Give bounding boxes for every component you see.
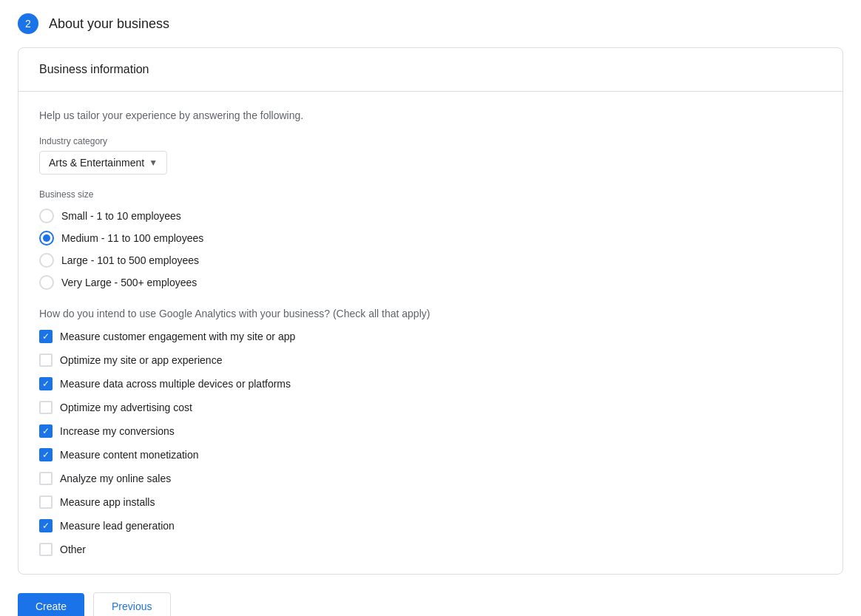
industry-category-value: Arts & Entertainment [49,157,144,169]
checkbox-box-measure-monetization: ✓ [39,448,53,461]
checkbox-label-increase-conversions: Increase my conversions [60,425,175,437]
checkbox-label-measure-monetization: Measure content monetization [60,449,199,461]
business-size-radio-group: Small - 1 to 10 employees Medium - 11 to… [39,209,822,290]
helper-text: Help us tailor your experience by answer… [39,109,822,121]
radio-item-medium[interactable]: Medium - 11 to 100 employees [39,231,822,246]
radio-item-large[interactable]: Large - 101 to 500 employees [39,253,822,268]
radio-outer-small [39,209,54,223]
radio-inner-medium [43,234,50,242]
checkbox-label-measure-lead-gen: Measure lead generation [60,520,175,532]
usage-checkbox-group: ✓ Measure customer engagement with my si… [39,330,822,556]
footer-actions: Create Previous [0,575,861,616]
check-icon-increase-conversions: ✓ [42,427,50,436]
checkbox-label-analyze-sales: Analyze my online sales [60,473,171,484]
card-header: Business information [18,48,843,92]
checkbox-box-increase-conversions: ✓ [39,424,53,438]
checkbox-label-optimize-advertising: Optimize my advertising cost [60,402,192,413]
industry-category-dropdown[interactable]: Arts & Entertainment ▼ [39,151,167,175]
radio-label-large: Large - 101 to 500 employees [61,254,199,266]
radio-label-medium: Medium - 11 to 100 employees [61,232,203,244]
business-info-card: Business information Help us tailor your… [18,47,843,575]
business-size-label: Business size [39,189,822,200]
radio-item-very-large[interactable]: Very Large - 500+ employees [39,275,822,290]
checkbox-box-optimize-experience [39,353,53,367]
checkbox-box-measure-engagement: ✓ [39,330,53,343]
page-title: About your business [49,16,169,32]
checkbox-measure-engagement[interactable]: ✓ Measure customer engagement with my si… [39,330,822,343]
create-button[interactable]: Create [18,593,84,616]
radio-label-small: Small - 1 to 10 employees [61,210,181,222]
checkbox-other[interactable]: Other [39,543,822,556]
step-badge: 2 [18,13,38,34]
check-icon-measure-lead-gen: ✓ [42,521,50,530]
checkbox-box-measure-lead-gen: ✓ [39,519,53,532]
checkbox-box-analyze-sales [39,472,53,485]
page-header: 2 About your business [0,0,861,47]
checkbox-optimize-experience[interactable]: Optimize my site or app experience [39,353,822,367]
checkbox-label-measure-engagement: Measure customer engagement with my site… [60,331,295,342]
card-title: Business information [39,63,149,75]
check-icon-measure-monetization: ✓ [42,450,50,459]
checkbox-measure-app-installs[interactable]: Measure app installs [39,495,822,509]
check-icon-measure-engagement: ✓ [42,332,50,341]
checkbox-label-measure-app-installs: Measure app installs [60,496,155,508]
checkbox-box-measure-devices: ✓ [39,377,53,390]
checkbox-optimize-advertising[interactable]: Optimize my advertising cost [39,401,822,414]
radio-label-very-large: Very Large - 500+ employees [61,277,197,288]
checkbox-label-measure-devices: Measure data across multiple devices or … [60,378,291,390]
checkbox-box-measure-app-installs [39,495,53,509]
checkbox-measure-lead-gen[interactable]: ✓ Measure lead generation [39,519,822,532]
radio-outer-medium [39,231,54,246]
dropdown-arrow-icon: ▼ [149,158,158,168]
checkbox-measure-monetization[interactable]: ✓ Measure content monetization [39,448,822,461]
previous-button[interactable]: Previous [93,592,170,616]
checkbox-increase-conversions[interactable]: ✓ Increase my conversions [39,424,822,438]
check-icon-measure-devices: ✓ [42,379,50,388]
radio-item-small[interactable]: Small - 1 to 10 employees [39,209,822,223]
checkbox-box-other [39,543,53,556]
checkbox-label-other: Other [60,544,86,555]
checkbox-analyze-sales[interactable]: Analyze my online sales [39,472,822,485]
checkbox-label-optimize-experience: Optimize my site or app experience [60,354,222,366]
industry-category-label: Industry category [39,136,822,146]
usage-question: How do you intend to use Google Analytic… [39,308,822,319]
radio-outer-very-large [39,275,54,290]
radio-outer-large [39,253,54,268]
card-body: Help us tailor your experience by answer… [18,92,843,574]
checkbox-box-optimize-advertising [39,401,53,414]
checkbox-measure-devices[interactable]: ✓ Measure data across multiple devices o… [39,377,822,390]
